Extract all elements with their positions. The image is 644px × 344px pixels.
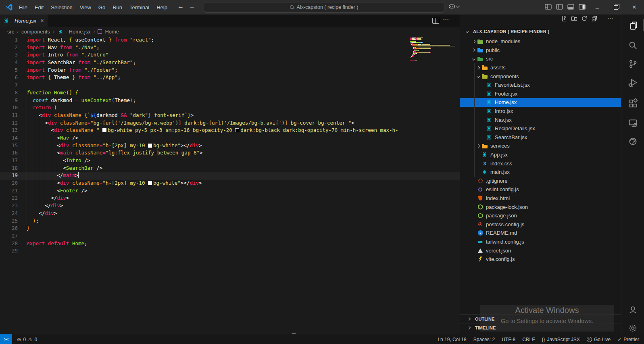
code-content[interactable]: 1import React, { useContext } from "reac… — [0, 36, 460, 255]
tree-item-nav-jsx[interactable]: Nav.jsx — [460, 115, 621, 124]
tree-item-public[interactable]: public — [460, 46, 621, 55]
code-line-29[interactable]: 29 — [0, 247, 460, 255]
code-line-13[interactable]: 13 <div className=" bg-white py-5 px-3 s… — [0, 127, 460, 134]
code-line-8[interactable]: 8function Home() { — [0, 89, 460, 97]
code-line-27[interactable]: 27 — [0, 232, 460, 240]
close-button[interactable]: × — [625, 0, 644, 15]
tree-item-favoritelist-jsx[interactable]: FavoriteList.jsx — [460, 81, 621, 90]
tree-item-intro-jsx[interactable]: Intro.jsx — [460, 107, 621, 116]
tree-item-assets[interactable]: assets — [460, 63, 621, 72]
tree-item-app-jsx[interactable]: App.jsx — [460, 150, 621, 159]
remote-indicator-button[interactable]: >< — [0, 334, 12, 344]
code-editor[interactable]: 1import React, { useContext } from "reac… — [0, 36, 460, 334]
tree-item-postcss-config-js[interactable]: postcss.config.js — [460, 220, 621, 229]
code-line-10[interactable]: 10 return ( — [0, 104, 460, 112]
menu-run[interactable]: Run — [109, 4, 126, 10]
minimize-button[interactable]: – — [588, 0, 606, 15]
code-line-21[interactable]: 21 <Footer /> — [0, 187, 460, 195]
tree-item-vite-config-js[interactable]: vite.config.js — [460, 255, 621, 264]
tree-item-recipedetails-jsx[interactable]: RecipeDetails.jsx — [460, 124, 621, 133]
tree-item-searchbar-jsx[interactable]: SearchBar.jsx — [460, 133, 621, 142]
code-line-20[interactable]: 20 <div className="h-[2px] my-10 bg-whit… — [0, 179, 460, 187]
code-line-25[interactable]: 25 ); — [0, 217, 460, 225]
copilot-icon[interactable] — [448, 4, 459, 9]
menu-selection[interactable]: Selection — [47, 4, 76, 10]
tree-item--gitignore[interactable]: .gitignore — [460, 177, 621, 186]
back-arrow-icon[interactable]: ← — [177, 3, 184, 10]
menu-go[interactable]: Go — [95, 4, 109, 10]
tree-item-services[interactable]: services — [460, 142, 621, 150]
timeline-section[interactable]: TIMELINE — [460, 323, 621, 332]
code-line-6[interactable]: 6import { Theme } from "../App"; — [0, 74, 460, 81]
tree-item-eslint-config-js[interactable]: eslint.config.js — [460, 185, 621, 194]
minimap[interactable] — [410, 36, 457, 62]
sidebar-more-actions-icon[interactable]: ⋯ — [607, 15, 614, 22]
settings-icon[interactable] — [621, 320, 644, 336]
code-line-7[interactable]: 7 — [0, 81, 460, 89]
menu-view[interactable]: View — [76, 4, 95, 10]
menu-help[interactable]: Help — [153, 4, 171, 10]
run-debug-icon[interactable] — [621, 74, 644, 90]
status-ln-19-col-18[interactable]: Ln 19, Col 18 — [438, 337, 466, 342]
source-control-icon[interactable] — [621, 56, 644, 72]
forward-arrow-icon[interactable]: → — [189, 3, 195, 10]
tree-item-node-modules[interactable]: node_modules — [460, 37, 621, 46]
explorer-icon[interactable] — [621, 17, 644, 33]
menu-file[interactable]: File — [15, 4, 31, 10]
new-file-icon[interactable] — [561, 15, 567, 22]
code-line-14[interactable]: 14 <Nav /> — [0, 134, 460, 142]
code-line-24[interactable]: 24 </div> — [0, 210, 460, 217]
code-line-9[interactable]: 9 const darkmod = useContext(Theme); — [0, 97, 460, 104]
restore-button[interactable] — [606, 0, 625, 15]
explorer-section-header[interactable]: ALX-CAPSTON ( RECIPE FINDER ) — [460, 27, 621, 36]
code-line-26[interactable]: 26} — [0, 225, 460, 232]
tree-item-components[interactable]: components — [460, 72, 621, 81]
toggle-primary-sidebar-icon[interactable] — [556, 4, 563, 10]
breadcrumb-item[interactable]: Home.jsx — [69, 29, 91, 35]
status-prettier[interactable]: ✓Prettier — [617, 337, 639, 342]
split-editor-icon[interactable] — [432, 18, 439, 24]
code-line-5[interactable]: 5import Footer from "./Footer"; — [0, 67, 460, 74]
breadcrumb-item[interactable]: components — [21, 29, 50, 35]
account-icon[interactable] — [621, 302, 644, 318]
menu-edit[interactable]: Edit — [31, 4, 47, 10]
customize-layout-icon[interactable] — [545, 4, 552, 10]
menu-terminal[interactable]: Terminal — [126, 4, 153, 10]
status-crlf[interactable]: CRLF — [522, 337, 535, 342]
tree-item-tailwind-config-js[interactable]: tailwind.config.js — [460, 238, 621, 246]
code-line-19[interactable]: 19 </main> — [0, 172, 460, 179]
extensions-icon[interactable] — [621, 95, 644, 111]
code-line-2[interactable]: 2import Nav from "./Nav"; — [0, 44, 460, 52]
status-go-live[interactable]: Go Live — [587, 337, 611, 342]
status-javascript-jsx[interactable]: {}JavaScript JSX — [542, 337, 580, 342]
toggle-secondary-sidebar-icon[interactable] — [579, 4, 586, 10]
command-center-search[interactable]: Alx-capston ( recipe finder ) — [204, 2, 444, 13]
outline-section[interactable]: OUTLINE — [460, 314, 621, 323]
code-line-11[interactable]: 11 <div className={`${darkmod && "dark"}… — [0, 112, 460, 119]
browser-preview-icon[interactable] — [621, 133, 644, 149]
status-utf-8[interactable]: UTF-8 — [502, 337, 515, 342]
tree-item-home-jsx[interactable]: Home.jsx — [460, 98, 621, 107]
tree-item-main-jsx[interactable]: main.jsx — [460, 168, 621, 177]
status-spaces-2[interactable]: Spaces: 2 — [473, 337, 495, 342]
search-icon[interactable] — [621, 37, 644, 53]
tree-item-package-lock-json[interactable]: package-lock.json — [460, 202, 621, 211]
tab-home-jsx[interactable]: Home.jsx × — [0, 15, 48, 27]
tree-item-package-json[interactable]: package.json — [460, 211, 621, 220]
code-line-23[interactable]: 23 </div> — [0, 202, 460, 210]
toggle-panel-icon[interactable] — [567, 4, 574, 10]
code-line-12[interactable]: 12 <div className="bg-[url('/Images/bg-w… — [0, 119, 460, 127]
refresh-icon[interactable] — [581, 15, 588, 22]
tree-item-index-html[interactable]: index.html — [460, 194, 621, 203]
remote-explorer-icon[interactable] — [621, 115, 644, 131]
code-line-22[interactable]: 22 </div> — [0, 194, 460, 202]
tree-item-readme-md[interactable]: README.md — [460, 229, 621, 238]
breadcrumb-item[interactable]: src — [7, 29, 14, 35]
tree-item-footer-jsx[interactable]: Footer.jsx — [460, 90, 621, 98]
code-line-15[interactable]: 15 <div className="h-[2px] my-10 bg-whit… — [0, 142, 460, 150]
new-folder-icon[interactable] — [571, 15, 577, 22]
code-line-28[interactable]: 28export default Home; — [0, 240, 460, 248]
tab-close-icon[interactable]: × — [40, 17, 44, 24]
tree-item-index-css[interactable]: index.css — [460, 159, 621, 168]
editor-more-actions-icon[interactable]: ⋯ — [443, 16, 449, 23]
